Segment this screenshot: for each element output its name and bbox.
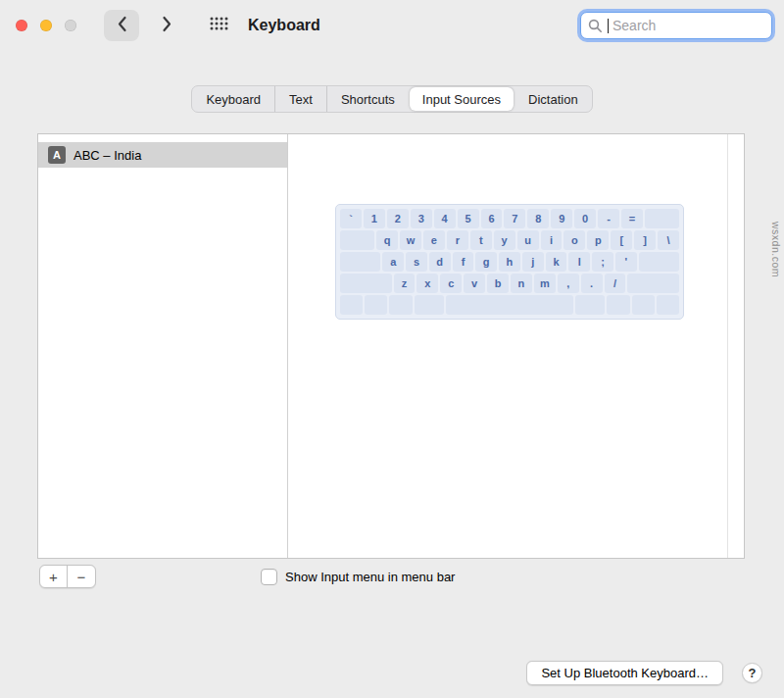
key-c: c (440, 274, 462, 293)
add-input-source-button[interactable]: + (40, 566, 68, 587)
text-caret (608, 19, 609, 33)
add-remove-group: + − (39, 565, 96, 588)
key-i: i (541, 230, 563, 250)
forward-button[interactable] (149, 10, 184, 41)
key-blank (632, 295, 655, 315)
minimize-button[interactable] (40, 20, 52, 31)
key-blank (657, 295, 679, 315)
key-2: 2 (387, 209, 409, 228)
help-button[interactable]: ? (742, 663, 762, 683)
tab-bar: KeyboardTextShortcutsInput SourcesDictat… (191, 85, 592, 113)
key-3: 3 (411, 209, 432, 228)
key-s: s (406, 252, 427, 272)
scrollbar-track (727, 134, 728, 558)
key-h: h (499, 252, 520, 272)
key-z: z (394, 274, 416, 293)
tab-keyboard[interactable]: Keyboard (192, 86, 274, 112)
key-m: m (534, 274, 556, 293)
key-blank (340, 274, 392, 293)
key-v: v (464, 274, 485, 293)
show-all-preferences-button[interactable] (210, 17, 228, 34)
key-7: 7 (504, 209, 525, 228)
key-.: . (581, 274, 603, 293)
search-field[interactable] (580, 12, 772, 39)
key-8: 8 (527, 209, 549, 228)
show-input-menu-checkbox[interactable] (261, 569, 277, 585)
key-,: , (558, 274, 579, 293)
key-u: u (517, 230, 539, 250)
key-y: y (494, 230, 515, 250)
setup-bluetooth-keyboard-button[interactable]: Set Up Bluetooth Keyboard… (526, 661, 723, 685)
input-source-badge-icon: A (48, 146, 66, 164)
key-blank (389, 295, 412, 315)
key-;: ; (592, 252, 613, 272)
key-': ' (615, 252, 637, 272)
window-title: Keyboard (248, 17, 320, 34)
key-blank (415, 295, 444, 315)
layout-preview-panel: `1234567890-=qwertyuiop[]\asdfghjkl;'zxc… (289, 134, 744, 558)
key-]: ] (634, 230, 656, 250)
key-1: 1 (364, 209, 385, 228)
key-q: q (376, 230, 398, 250)
tab-shortcuts[interactable]: Shortcuts (326, 86, 409, 112)
key-blank (340, 295, 363, 315)
key-blank (340, 230, 374, 250)
show-input-menu-label[interactable]: Show Input menu in menu bar (285, 570, 455, 584)
key-0: 0 (574, 209, 596, 228)
key-t: t (470, 230, 492, 250)
key-blank (645, 209, 679, 228)
key-w: w (400, 230, 421, 250)
key-k: k (546, 252, 567, 272)
key-f: f (453, 252, 474, 272)
key-6: 6 (481, 209, 503, 228)
tab-text[interactable]: Text (274, 86, 326, 112)
key-x: x (416, 274, 438, 293)
key-blank (365, 295, 387, 315)
key-n: n (511, 274, 532, 293)
key-o: o (564, 230, 585, 250)
key-9: 9 (551, 209, 572, 228)
key--: - (598, 209, 619, 228)
key-blank (607, 295, 629, 315)
key-e: e (423, 230, 445, 250)
key-[: [ (611, 230, 632, 250)
tab-input-sources[interactable]: Input Sources (410, 87, 514, 111)
key-`: ` (340, 209, 362, 228)
key-blank (639, 252, 679, 272)
key-blank (627, 274, 679, 293)
chevron-left-icon (117, 16, 127, 36)
toolbar: Keyboard (0, 0, 784, 51)
key-a: a (382, 252, 404, 272)
key-blank (575, 295, 605, 315)
key-=: = (621, 209, 643, 228)
key-g: g (475, 252, 497, 272)
key-/: / (605, 274, 626, 293)
watermark: wsxdn.com (770, 222, 782, 277)
remove-input-source-button[interactable]: − (68, 566, 95, 587)
show-input-menu-row: Show Input menu in menu bar (261, 569, 455, 585)
tab-dictation[interactable]: Dictation (514, 86, 592, 112)
key-j: j (522, 252, 544, 272)
traffic-lights (16, 20, 76, 31)
key-l: l (568, 252, 590, 272)
key-blank (446, 295, 573, 315)
search-input[interactable] (611, 17, 752, 34)
key-5: 5 (458, 209, 479, 228)
key-4: 4 (434, 209, 456, 228)
input-source-item[interactable]: AABC – India (38, 142, 287, 168)
input-sources-panel: AABC – India `1234567890-=qwertyuiop[]\a… (37, 133, 745, 559)
key-blank (340, 252, 380, 272)
key-r: r (447, 230, 468, 250)
search-icon (588, 19, 603, 33)
grid-icon (210, 17, 228, 34)
key-p: p (587, 230, 609, 250)
key-b: b (487, 274, 509, 293)
input-source-label: ABC – India (74, 148, 141, 163)
chevron-right-icon (162, 16, 172, 36)
back-button[interactable] (104, 10, 139, 41)
key-\: \ (658, 230, 679, 250)
zoom-button[interactable] (65, 20, 76, 31)
key-d: d (429, 252, 451, 272)
close-button[interactable] (16, 20, 27, 31)
keyboard-layout-preview: `1234567890-=qwertyuiop[]\asdfghjkl;'zxc… (335, 204, 684, 320)
